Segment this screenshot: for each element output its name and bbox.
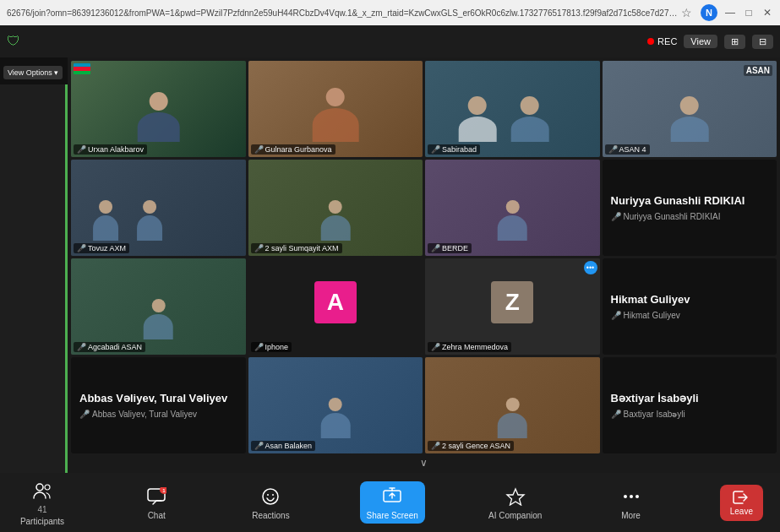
svg-point-7 xyxy=(272,494,274,496)
mic-muted-icon: 🎤 xyxy=(611,311,621,320)
reactions-icon xyxy=(259,485,282,508)
person-silhouette-2 xyxy=(97,183,202,241)
person-silhouette xyxy=(274,381,396,438)
video-cell-sabirabad[interactable]: 🎤 Sabirabad xyxy=(425,61,600,157)
mic-muted-icon: 🎤 xyxy=(79,410,90,419)
side-panel: View Options ▾ xyxy=(0,57,68,473)
participants-button[interactable]: 41 Participants xyxy=(17,479,68,526)
rec-badge: REC xyxy=(647,36,677,46)
user-avatar[interactable]: N xyxy=(701,4,717,21)
participant-name: Iphone xyxy=(265,343,289,351)
share-screen-icon xyxy=(380,485,404,508)
text-cell-title: Nuriyya Gunashli RDIKIAI xyxy=(611,194,745,209)
video-cell-agcabadi[interactable]: 🎤 Agcabadi ASAN xyxy=(71,258,246,355)
svg-point-0 xyxy=(36,484,43,491)
avatar-letter-a: A xyxy=(314,281,357,323)
text-cell-title: Hikmat Guliyev xyxy=(611,293,690,307)
text-cell: Hikmat Guliyev 🎤 Hikmat Guliyev xyxy=(603,258,777,355)
ai-svg xyxy=(505,487,526,506)
mic-muted-icon: 🎤 xyxy=(254,145,264,154)
video-row-4: Abbas Vəliyev, Tural Vəliyev 🎤 Abbas Val… xyxy=(71,357,777,453)
az-flag xyxy=(74,63,90,74)
video-cell-asan4[interactable]: ASAN 🎤 ASAN 4 xyxy=(603,61,777,157)
name-label-asan-balaken: 🎤 Asan Balaken xyxy=(251,441,316,451)
zoom-toolbar: 🛡 REC View ⊞ ⊟ xyxy=(0,25,780,57)
svg-point-1 xyxy=(45,485,50,490)
mic-muted-icon: 🎤 xyxy=(611,212,621,221)
grid-button[interactable]: ⊟ xyxy=(752,35,773,49)
more-options-button[interactable]: ⊞ xyxy=(724,35,745,49)
svg-point-10 xyxy=(624,495,627,498)
mic-icon: 🎤 xyxy=(608,145,618,154)
more-button[interactable]: More xyxy=(606,485,657,520)
mic-muted-icon: 🎤 xyxy=(431,442,440,450)
video-cell-zehra[interactable]: Z ••• 🎤 Zehra Memmedova xyxy=(425,258,600,355)
green-indicator-bar xyxy=(65,84,68,473)
text-cell-title: Bəxtiyar İsabəyli xyxy=(611,392,699,406)
chevron-down-icon: ∨ xyxy=(420,457,428,469)
title-bar: 62676/join?omn=86391236012&fromPWA=1&pwd… xyxy=(0,0,780,25)
video-cell-gulnara[interactable]: 🎤 Gulnara Gurbanova xyxy=(248,61,423,157)
share-screen-button[interactable]: Share Screen xyxy=(360,481,425,524)
close-button[interactable]: ✕ xyxy=(761,7,773,19)
video-cell-iphone[interactable]: A 🎤 Iphone xyxy=(248,258,423,355)
video-cell-gence[interactable]: 🎤 2 sayli Gence ASAN xyxy=(425,357,600,453)
video-cell-tovuz[interactable]: 🎤 Tovuz AXM xyxy=(71,160,246,256)
video-cell-sumqayit[interactable]: 🎤 2 sayli Sumqayit AXM xyxy=(248,160,423,256)
text-cell-subtitle: 🎤 Baxtiyar Isabəyli xyxy=(611,410,685,419)
more-svg xyxy=(621,487,641,506)
bookmark-icon[interactable]: ☆ xyxy=(679,5,694,20)
rec-label: REC xyxy=(657,36,677,46)
video-cell-berde[interactable]: 🎤 BERDE xyxy=(425,160,600,256)
window-controls: ☆ N — □ ✕ xyxy=(679,4,773,21)
svg-point-11 xyxy=(630,495,633,498)
video-cell-nuriyya[interactable]: Nuriyya Gunashli RDIKIAI 🎤 Nuriyya Gunas… xyxy=(603,160,777,256)
share-screen-label: Share Screen xyxy=(367,511,418,520)
participants-icon xyxy=(30,479,54,502)
view-options-button[interactable]: View Options ▾ xyxy=(3,66,63,79)
participant-name: Urxan Alakbarov xyxy=(88,145,144,154)
more-options-icon[interactable]: ••• xyxy=(584,261,597,274)
video-cell-abbas[interactable]: Abbas Vəliyev, Tural Vəliyev 🎤 Abbas Val… xyxy=(71,357,246,453)
scroll-indicator[interactable]: ∨ xyxy=(71,456,777,470)
video-row-3: 🎤 Agcabadi ASAN A 🎤 Iphone Z ••• 🎤 xyxy=(71,258,777,355)
mic-icon: 🎤 xyxy=(431,343,440,351)
main-content: View Options ▾ 🎤 xyxy=(0,57,780,473)
video-cell-baxtiyar[interactable]: Bəxtiyar İsabəyli 🎤 Baxtiyar Isabəyli xyxy=(603,357,777,453)
name-label-sabirabad: 🎤 Sabirabad xyxy=(428,144,480,155)
side-panel-content xyxy=(0,84,68,473)
avatar-letter-z: Z xyxy=(491,281,533,323)
name-label-iphone: 🎤 Iphone xyxy=(251,342,292,352)
text-cell-subtitle: 🎤 Nuriyya Gunashli RDIKIAI xyxy=(611,212,721,221)
share-svg xyxy=(382,487,402,506)
minimize-button[interactable]: — xyxy=(724,7,736,19)
name-label-zehra: 🎤 Zehra Memmedova xyxy=(428,342,511,352)
mic-muted-icon: 🎤 xyxy=(77,343,86,351)
participant-name: BERDE xyxy=(442,244,468,252)
reactions-button[interactable]: Reactions xyxy=(245,485,296,520)
chat-button[interactable]: 1 Chat xyxy=(131,485,182,520)
leave-button[interactable]: Leave xyxy=(720,485,763,521)
view-button[interactable]: View xyxy=(684,35,717,48)
rec-dot xyxy=(647,38,654,45)
person-silhouette xyxy=(451,183,574,241)
ai-companion-label: AI Companion xyxy=(488,511,542,520)
mic-muted-icon: 🎤 xyxy=(611,410,621,419)
name-label-sumqayit: 🎤 2 sayli Sumqayit AXM xyxy=(251,243,342,253)
chat-label: Chat xyxy=(148,511,166,520)
name-label-asan4: 🎤 ASAN 4 xyxy=(605,144,650,155)
name-label-gence: 🎤 2 sayli Gence ASAN xyxy=(428,441,514,451)
video-cell-urxan[interactable]: 🎤 Urxan Alakbarov xyxy=(71,61,246,157)
person-silhouette xyxy=(300,84,370,142)
video-row-1: 🎤 Urxan Alakbarov 🎤 Gulnara Gurbanova xyxy=(71,61,777,157)
video-cell-hikmat[interactable]: Hikmat Guliyev 🎤 Hikmat Guliyev xyxy=(603,258,777,355)
person-silhouette xyxy=(451,381,574,438)
maximize-button[interactable]: □ xyxy=(743,7,755,19)
ai-companion-button[interactable]: AI Companion xyxy=(488,485,542,520)
ai-companion-icon xyxy=(504,485,527,508)
person-silhouette xyxy=(274,183,396,241)
more-icon xyxy=(619,485,643,508)
mic-muted-icon: 🎤 xyxy=(431,145,440,154)
video-cell-asan-balaken[interactable]: 🎤 Asan Balaken xyxy=(248,357,423,453)
mic-icon: 🎤 xyxy=(254,343,264,351)
